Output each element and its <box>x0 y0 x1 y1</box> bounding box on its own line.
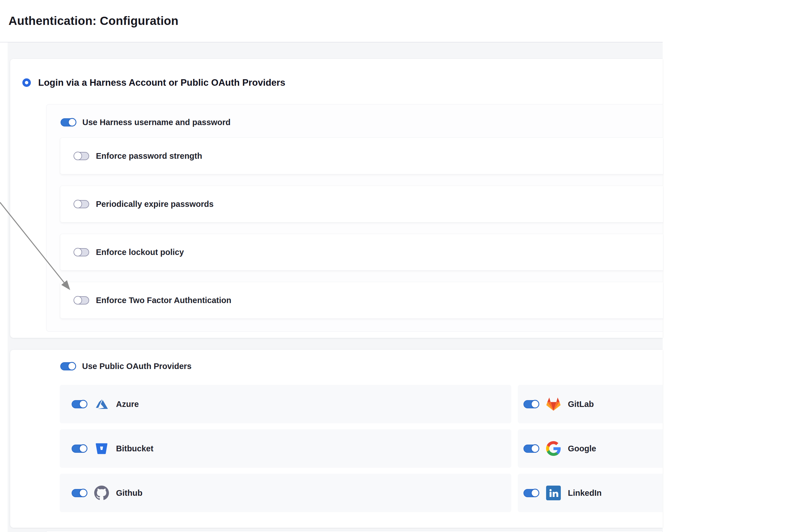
login-method-card: Login via a Harness Account or Public OA… <box>10 59 663 338</box>
github-toggle[interactable] <box>72 489 87 497</box>
bitbucket-icon <box>94 441 109 456</box>
provider-row-azure: Azure <box>60 385 511 423</box>
radio-selected-icon[interactable] <box>22 78 31 87</box>
provider-row-linkedin: LinkedIn <box>518 474 663 512</box>
enforce-two-factor-row: Enforce Two Factor Authentication <box>60 282 663 319</box>
provider-row-github: Github <box>60 474 511 512</box>
periodically-expire-passwords-row: Periodically expire passwords <box>60 186 663 223</box>
toggle-knob <box>531 489 539 497</box>
azure-label: Azure <box>116 400 139 409</box>
linkedin-label: LinkedIn <box>568 489 601 498</box>
azure-icon <box>94 397 109 412</box>
gitlab-toggle[interactable] <box>523 400 539 408</box>
login-method-radio-row: Login via a Harness Account or Public OA… <box>22 76 285 89</box>
toggle-knob <box>68 118 76 127</box>
password-policy-list: Enforce password strength Periodically e… <box>60 137 663 330</box>
provider-row-google: Google <box>518 429 663 468</box>
enforce-password-strength-label: Enforce password strength <box>96 151 202 161</box>
enforce-lockout-policy-row: Enforce lockout policy <box>60 234 663 270</box>
enforce-two-factor-toggle[interactable] <box>74 296 89 304</box>
enforce-password-strength-row: Enforce password strength <box>60 137 663 174</box>
toggle-knob <box>531 444 539 453</box>
provider-row-gitlab: GitLab <box>518 385 663 423</box>
use-public-oauth-row: Use Public OAuth Providers <box>60 361 192 372</box>
toggle-knob <box>74 200 82 208</box>
toggle-knob <box>79 489 88 497</box>
use-public-oauth-label: Use Public OAuth Providers <box>82 362 192 371</box>
toggle-knob <box>68 362 76 370</box>
enforce-lockout-policy-toggle[interactable] <box>74 248 89 256</box>
google-label: Google <box>568 444 596 453</box>
linkedin-toggle[interactable] <box>523 489 539 497</box>
linkedin-icon <box>546 486 561 500</box>
google-toggle[interactable] <box>523 444 539 453</box>
toggle-knob <box>531 400 539 408</box>
github-icon <box>94 486 109 500</box>
login-method-radio-label: Login via a Harness Account or Public OA… <box>38 77 285 88</box>
use-harness-username-toggle[interactable] <box>61 118 76 127</box>
bitbucket-toggle[interactable] <box>72 444 87 453</box>
periodically-expire-passwords-toggle[interactable] <box>74 200 89 208</box>
enforce-password-strength-toggle[interactable] <box>74 152 89 160</box>
toggle-knob <box>74 248 82 256</box>
authentication-configuration-page: Authentication: Configuration Login via … <box>0 0 790 532</box>
username-password-group-card: Use Harness username and password Enforc… <box>46 104 663 331</box>
use-public-oauth-toggle[interactable] <box>60 362 76 370</box>
next-card-top-edge <box>46 531 663 532</box>
gitlab-icon <box>546 397 561 412</box>
google-icon <box>546 441 561 456</box>
enforce-two-factor-label: Enforce Two Factor Authentication <box>96 296 231 305</box>
page-title: Authentication: Configuration <box>8 14 178 28</box>
github-label: Github <box>116 489 142 498</box>
enforce-lockout-policy-label: Enforce lockout policy <box>96 248 184 257</box>
header-divider <box>0 42 663 42</box>
azure-toggle[interactable] <box>72 400 87 408</box>
oauth-provider-grid: Azure GitLab <box>60 385 663 512</box>
toggle-knob <box>79 400 88 408</box>
page-header: Authentication: Configuration <box>0 0 663 42</box>
periodically-expire-passwords-label: Periodically expire passwords <box>96 200 214 209</box>
provider-row-bitbucket: Bitbucket <box>60 429 511 468</box>
toggle-knob <box>74 152 82 160</box>
use-harness-username-row: Use Harness username and password <box>61 117 231 128</box>
oauth-providers-card: Use Public OAuth Providers Azure <box>10 350 663 528</box>
use-harness-username-label: Use Harness username and password <box>82 118 231 127</box>
bitbucket-label: Bitbucket <box>116 444 153 453</box>
toggle-knob <box>74 296 82 304</box>
toggle-knob <box>79 444 88 453</box>
gitlab-label: GitLab <box>568 400 594 409</box>
